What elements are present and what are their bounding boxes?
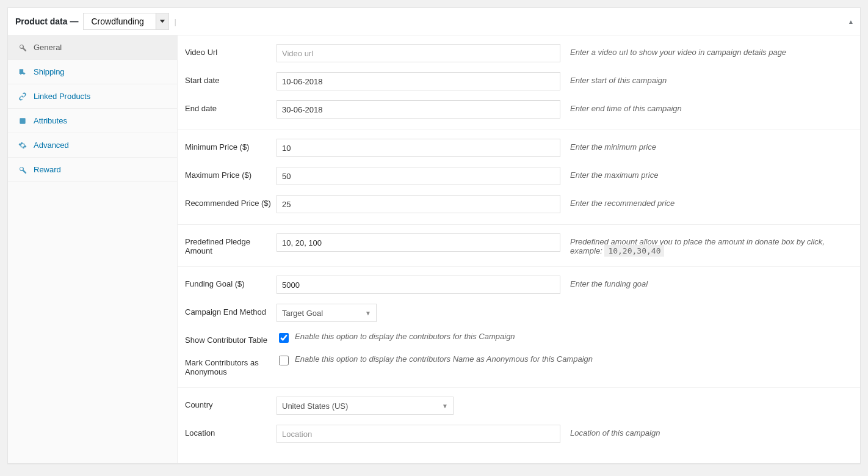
- panel-body: GeneralShippingLinked ProductsAttributes…: [8, 35, 860, 463]
- row-max-price: Maximum Price ($) Enter the maximum pric…: [178, 161, 860, 189]
- row-show-contrib: Show Contributor Table Enable this optio…: [178, 326, 860, 348]
- tab-label: Advanced: [34, 141, 69, 150]
- input-pledge[interactable]: [277, 233, 560, 252]
- tab-label: Attributes: [34, 116, 67, 125]
- tab-label: Linked Products: [34, 92, 90, 101]
- group-video-dates: Video Url Enter a video url to show your…: [178, 35, 860, 130]
- tab-attributes[interactable]: Attributes: [8, 109, 177, 133]
- link-icon: [18, 92, 27, 101]
- select-country-value: United States (US): [282, 401, 348, 411]
- label-end-method: Campaign End Method: [185, 304, 277, 317]
- collapse-toggle-icon[interactable]: ▲: [848, 18, 854, 25]
- header-separator: |: [174, 17, 176, 26]
- tab-advanced[interactable]: Advanced: [8, 133, 177, 158]
- input-location[interactable]: [277, 425, 560, 443]
- input-end-date[interactable]: [277, 100, 560, 119]
- input-video-url[interactable]: [277, 44, 560, 62]
- row-country: Country United States (US) ▼: [178, 390, 860, 419]
- hint-anon: Enable this option to display the contri…: [295, 354, 593, 364]
- label-end-date: End date: [185, 100, 277, 113]
- group-goal: Funding Goal ($) Enter the funding goal …: [178, 267, 860, 388]
- general-tab-content: Video Url Enter a video url to show your…: [178, 35, 860, 463]
- tabs-sidebar: GeneralShippingLinked ProductsAttributes…: [8, 35, 178, 463]
- hint-goal: Enter the funding goal: [560, 276, 853, 288]
- input-goal[interactable]: [277, 276, 560, 294]
- row-goal: Funding Goal ($) Enter the funding goal: [178, 269, 860, 298]
- hint-pledge: Predefined amount allow you to place the…: [560, 233, 853, 255]
- select-country[interactable]: United States (US) ▼: [277, 397, 454, 415]
- tab-shipping[interactable]: Shipping: [8, 60, 177, 84]
- label-start-date: Start date: [185, 72, 277, 85]
- tab-general[interactable]: General: [8, 35, 177, 60]
- label-anon: Mark Contributors as Anonymous: [185, 354, 277, 376]
- label-show-contrib: Show Contributor Table: [185, 332, 277, 345]
- hint-rec-price: Enter the recommended price: [560, 195, 853, 208]
- hint-max-price: Enter the maximum price: [560, 167, 853, 180]
- gear-icon: [18, 141, 27, 150]
- tab-reward[interactable]: Reward: [8, 158, 177, 182]
- input-rec-price[interactable]: [277, 195, 560, 213]
- hint-min-price: Enter the minimum price: [560, 139, 853, 152]
- product-type-select-wrap: Crowdfunding: [83, 13, 169, 30]
- hint-pledge-code: 10,20,30,40: [604, 245, 664, 257]
- checkbox-show-contrib[interactable]: [279, 333, 289, 343]
- group-location: Country United States (US) ▼ Location Lo…: [178, 388, 860, 454]
- tab-label: Reward: [34, 165, 61, 174]
- label-country: Country: [185, 397, 277, 409]
- wrench-icon: [18, 166, 27, 174]
- input-min-price[interactable]: [277, 139, 560, 157]
- label-rec-price: Recommended Price ($): [185, 195, 277, 208]
- square-icon: [18, 117, 27, 125]
- chevron-down-icon: ▼: [365, 310, 371, 317]
- tab-label: General: [34, 43, 62, 52]
- label-video-url: Video Url: [185, 44, 277, 57]
- panel-title: Product data —: [15, 16, 78, 26]
- group-prices: Minimum Price ($) Enter the minimum pric…: [178, 130, 860, 225]
- checkbox-anon[interactable]: [279, 356, 289, 365]
- label-location: Location: [185, 425, 277, 438]
- select-end-method-value: Target Goal: [282, 309, 323, 318]
- chevron-down-icon: ▼: [442, 403, 448, 409]
- row-anon: Mark Contributors as Anonymous Enable th…: [178, 348, 860, 380]
- hint-end-date: Enter end time of this campaign: [560, 100, 853, 113]
- input-start-date[interactable]: [277, 72, 560, 90]
- hint-show-contrib: Enable this option to display the contri…: [295, 332, 515, 341]
- label-max-price: Maximum Price ($): [185, 167, 277, 180]
- row-end-method: Campaign End Method Target Goal ▼: [178, 298, 860, 326]
- tab-label: Shipping: [34, 67, 65, 76]
- select-end-method[interactable]: Target Goal ▼: [277, 304, 377, 322]
- svg-rect-0: [20, 118, 25, 123]
- row-video-url: Video Url Enter a video url to show your…: [178, 38, 860, 66]
- input-max-price[interactable]: [277, 167, 560, 185]
- row-min-price: Minimum Price ($) Enter the minimum pric…: [178, 133, 860, 161]
- product-data-panel: Product data — Crowdfunding | ▲ GeneralS…: [7, 7, 861, 464]
- panel-header: Product data — Crowdfunding | ▲: [8, 8, 860, 35]
- wrench-icon: [18, 43, 27, 52]
- product-type-select[interactable]: Crowdfunding: [83, 13, 169, 30]
- row-start-date: Start date Enter start of this campaign: [178, 66, 860, 94]
- tab-linked[interactable]: Linked Products: [8, 84, 177, 109]
- group-pledge: Predefined Pledge Amount Predefined amou…: [178, 225, 860, 267]
- row-rec-price: Recommended Price ($) Enter the recommen…: [178, 189, 860, 217]
- hint-video-url: Enter a video url to show your video in …: [560, 44, 853, 57]
- truck-icon: [18, 68, 27, 76]
- hint-location: Location of this campaign: [560, 425, 853, 438]
- label-pledge: Predefined Pledge Amount: [185, 233, 277, 255]
- row-location: Location Location of this campaign: [178, 419, 860, 447]
- row-end-date: End date Enter end time of this campaign: [178, 94, 860, 122]
- hint-start-date: Enter start of this campaign: [560, 72, 853, 85]
- label-goal: Funding Goal ($): [185, 276, 277, 288]
- row-pledge: Predefined Pledge Amount Predefined amou…: [178, 227, 860, 259]
- label-min-price: Minimum Price ($): [185, 139, 277, 152]
